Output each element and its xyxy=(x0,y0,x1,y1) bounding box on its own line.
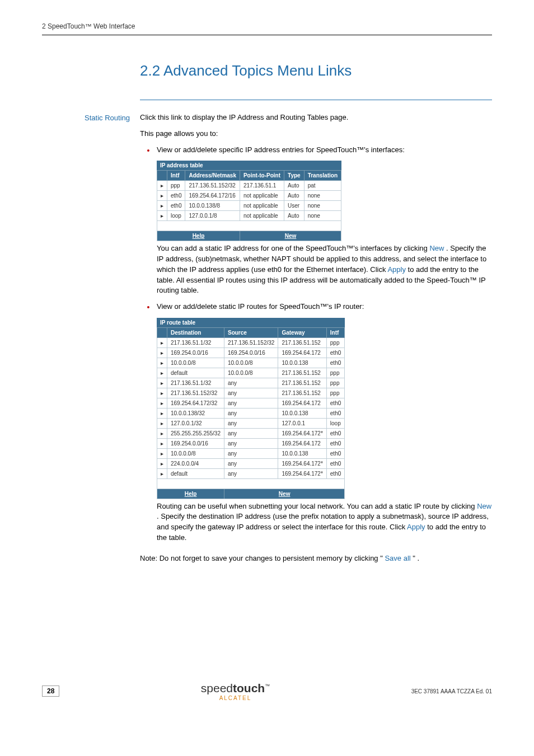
table-row[interactable]: ▸224.0.0.0/4any169.254.64.172*eth0 xyxy=(157,458,345,468)
after-route-paragraph: Routing can be useful when subnetting yo… xyxy=(157,501,492,543)
table-row[interactable]: ▸10.0.0.0/810.0.0.0/810.0.0.138eth0 xyxy=(157,358,345,368)
table-row[interactable]: ▸10.0.0.0/8any10.0.0.138eth0 xyxy=(157,448,345,458)
row-arrow-icon: ▸ xyxy=(157,200,167,210)
table-cell: 217.136.51.152/32 xyxy=(224,337,278,348)
table-cell: 10.0.0.0/8 xyxy=(224,368,278,378)
row-arrow-icon: ▸ xyxy=(157,180,167,190)
table-cell: not applicable xyxy=(240,210,284,220)
table-cell: 217.136.51.152/32 xyxy=(185,180,240,190)
new-link[interactable]: New xyxy=(429,244,444,252)
row-arrow-icon: ▸ xyxy=(157,368,167,378)
row-arrow-icon: ▸ xyxy=(157,458,167,468)
table-row[interactable]: ▸loop127.0.0.1/8not applicableAutonone xyxy=(157,210,341,220)
save-note: Note: Do not forget to save your changes… xyxy=(140,553,492,564)
running-header: 2 SpeedTouch™ Web Interface xyxy=(42,22,492,35)
column-header: Intf xyxy=(167,170,185,180)
column-header: Type xyxy=(284,170,305,180)
after-address-paragraph: You can add a static IP address for one … xyxy=(157,243,492,296)
table-row[interactable]: ▸eth0169.254.64.172/16not applicableAuto… xyxy=(157,190,341,200)
table-cell: any xyxy=(224,418,278,428)
intro-line-1: Click this link to display the IP Addres… xyxy=(140,112,492,123)
section-title: 2.2 Advanced Topics Menu Links xyxy=(140,62,492,79)
table-cell: 10.0.0.138/8 xyxy=(185,200,240,210)
table-cell: default xyxy=(167,368,224,378)
table-row[interactable]: ▸10.0.0.138/32any10.0.0.138eth0 xyxy=(157,408,345,418)
bullet-icon: • xyxy=(140,145,157,156)
table-row[interactable]: ▸169.254.0.0/16169.254.0.0/16169.254.64.… xyxy=(157,348,345,358)
table-cell: pat xyxy=(304,180,341,190)
page-footer: 28 speedtouch™ ALCATEL 3EC 37891 AAAA TC… xyxy=(42,682,492,701)
table-row[interactable]: ▸255.255.255.255/32any169.254.64.172*eth… xyxy=(157,428,345,438)
table-cell: Auto xyxy=(284,180,305,190)
table-row[interactable]: ▸169.254.64.172/32any169.254.64.172eth0 xyxy=(157,398,345,408)
row-arrow-icon: ▸ xyxy=(157,348,167,358)
table-row[interactable]: ▸127.0.0.1/32any127.0.0.1loop xyxy=(157,418,345,428)
apply-link[interactable]: Apply xyxy=(407,523,425,531)
section-rule xyxy=(140,100,492,100)
table-cell: 169.254.64.172 xyxy=(278,348,326,358)
apply-link[interactable]: Apply xyxy=(387,265,406,274)
help-button[interactable]: Help xyxy=(157,231,240,241)
table-row[interactable]: ▸default10.0.0.0/8217.136.51.152ppp xyxy=(157,368,345,378)
table-cell: any xyxy=(224,438,278,448)
row-arrow-icon: ▸ xyxy=(157,358,167,368)
table-row[interactable]: ▸217.136.51.152/32any217.136.51.152ppp xyxy=(157,388,345,398)
ip-address-table: IP address table IntfAddress/NetmaskPoin… xyxy=(157,161,341,241)
table-cell: eth0 xyxy=(326,438,344,448)
table-row[interactable]: ▸ppp217.136.51.152/32217.136.51.1Autopat xyxy=(157,180,341,190)
table-cell: not applicable xyxy=(240,200,284,210)
table-row[interactable]: ▸217.136.51.1/32any217.136.51.152ppp xyxy=(157,378,345,388)
row-arrow-icon: ▸ xyxy=(157,468,167,478)
table-row[interactable]: ▸eth010.0.0.138/8not applicableUsernone xyxy=(157,200,341,210)
text-span: Note: Do not forget to save your changes… xyxy=(140,554,385,562)
row-arrow-icon: ▸ xyxy=(157,438,167,448)
row-arrow-icon: ▸ xyxy=(157,398,167,408)
row-arrow-icon: ▸ xyxy=(157,388,167,398)
text-span: You can add a static IP address for one … xyxy=(157,244,429,252)
side-label-static-routing: Static Routing xyxy=(42,112,140,570)
table-cell: ppp xyxy=(326,378,344,388)
table-cell: 169.254.64.172/16 xyxy=(185,190,240,200)
table-cell: eth0 xyxy=(326,358,344,368)
bullet-1-text: View or add/delete specific IP address e… xyxy=(157,145,492,156)
bullet-icon: • xyxy=(140,302,157,313)
text-span: Routing can be useful when subnetting yo… xyxy=(157,502,477,510)
table-cell: ppp xyxy=(326,337,344,348)
table-cell: not applicable xyxy=(240,190,284,200)
table-cell: 10.0.0.0/8 xyxy=(224,358,278,368)
table-cell: default xyxy=(167,468,224,478)
table-cell: any xyxy=(224,448,278,458)
new-link[interactable]: New xyxy=(477,502,491,510)
table-cell: eth0 xyxy=(167,200,185,210)
table-cell: any xyxy=(224,398,278,408)
table-cell: 10.0.0.138 xyxy=(278,408,326,418)
table-cell: eth0 xyxy=(326,408,344,418)
table-cell: 217.136.51.152 xyxy=(278,368,326,378)
row-arrow-icon: ▸ xyxy=(157,190,167,200)
table-cell: ppp xyxy=(326,368,344,378)
table-cell: any xyxy=(224,378,278,388)
table-cell: User xyxy=(284,200,305,210)
new-button[interactable]: New xyxy=(224,489,344,499)
table-cell: 217.136.51.152 xyxy=(278,378,326,388)
help-button[interactable]: Help xyxy=(157,489,224,499)
row-arrow-icon: ▸ xyxy=(157,337,167,348)
table-cell: 10.0.0.138/32 xyxy=(167,408,224,418)
table-row[interactable]: ▸169.254.0.0/16any169.254.64.172eth0 xyxy=(157,438,345,448)
document-id: 3EC 37891 AAAA TCZZA Ed. 01 xyxy=(411,688,492,694)
new-button[interactable]: New xyxy=(240,231,341,241)
table-cell: 217.136.51.152 xyxy=(278,337,326,348)
table-cell: 127.0.0.1/8 xyxy=(185,210,240,220)
row-arrow-icon: ▸ xyxy=(157,378,167,388)
table-cell: 169.254.64.172* xyxy=(278,458,326,468)
table-cell: eth0 xyxy=(326,458,344,468)
table-cell: 217.136.51.1 xyxy=(240,180,284,190)
save-all-link[interactable]: Save all xyxy=(385,554,410,562)
table-cell: eth0 xyxy=(167,190,185,200)
table-row[interactable]: ▸defaultany169.254.64.172*eth0 xyxy=(157,468,345,478)
table-row[interactable]: ▸217.136.51.1/32217.136.51.152/32217.136… xyxy=(157,337,345,348)
table-cell: 255.255.255.255/32 xyxy=(167,428,224,438)
table-cell: any xyxy=(224,428,278,438)
table-cell: none xyxy=(304,200,341,210)
table-cell: any xyxy=(224,388,278,398)
